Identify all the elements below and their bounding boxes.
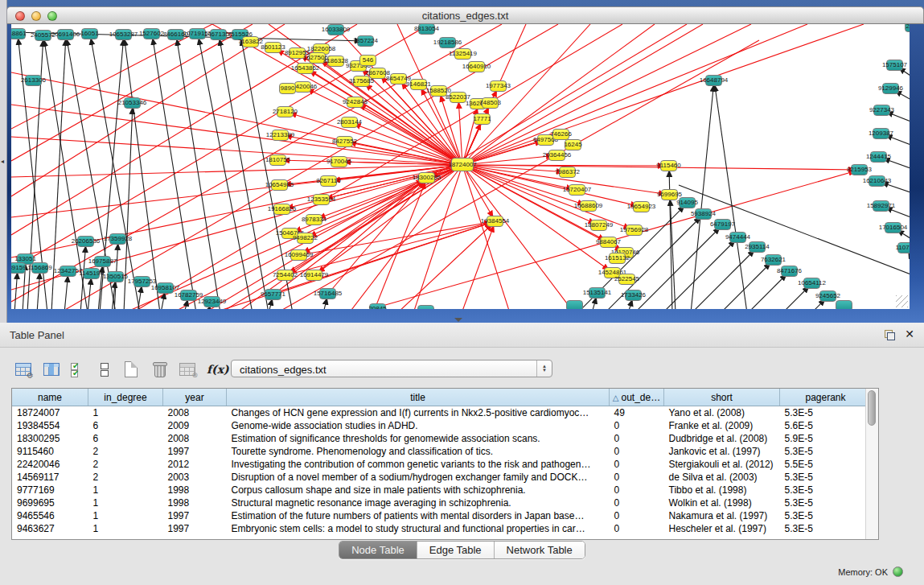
graph-node[interactable]: 19166825 <box>273 204 290 215</box>
table-cell[interactable]: Embryonic stem cells: a model to study s… <box>227 522 610 535</box>
graph-node[interactable]: 1977343 <box>490 80 507 92</box>
table-cell[interactable]: 6 <box>88 419 163 432</box>
table-cell[interactable]: 5.3E-5 <box>780 406 872 420</box>
graph-node[interactable]: 12342757 <box>60 266 76 277</box>
table-cell[interactable]: Corpus callosum shape and size in male p… <box>227 484 610 496</box>
graph-node[interactable]: 1527602 <box>143 28 160 39</box>
graph-edge[interactable] <box>11 165 462 177</box>
graph-node[interactable]: 8267110 <box>320 175 337 187</box>
graph-node[interactable]: 17359928 <box>109 233 126 245</box>
table-cell[interactable]: 5.3E-5 <box>780 509 872 522</box>
table-cell[interactable]: de Silva et al. (2003) <box>664 471 780 484</box>
import-table-icon[interactable]: ⊗ <box>179 361 196 377</box>
graph-node[interactable]: 10688609 <box>580 200 597 212</box>
graph-node[interactable]: 1350515 <box>107 271 124 282</box>
row-height-icon[interactable] <box>99 361 112 377</box>
graph-node[interactable]: 12353594 <box>313 194 330 205</box>
table-cell[interactable]: 5.5E-5 <box>780 458 872 471</box>
graph-node[interactable]: 9115460 <box>660 160 677 171</box>
table-cell[interactable]: 0 <box>610 509 664 522</box>
graph-node[interactable]: 15716485 <box>319 288 336 299</box>
graph-node[interactable] <box>836 300 852 309</box>
graph-edge[interactable] <box>462 24 526 165</box>
table-cell[interactable]: 1997 <box>163 509 227 522</box>
table-cell[interactable]: 9463627 <box>12 522 88 535</box>
table-cell[interactable]: 18300295 <box>12 432 88 445</box>
table-panel-header[interactable]: Table Panel ✕ <box>0 323 924 348</box>
table-cell[interactable]: 0 <box>610 484 664 496</box>
table-row[interactable]: 2242004622012Investigating the contribut… <box>12 458 872 471</box>
graph-node[interactable]: 7163822 <box>242 36 259 47</box>
column-header-out_de[interactable]: △out_de… <box>610 389 664 406</box>
graph-node[interactable]: 1733426 <box>625 290 642 301</box>
graph-node[interactable]: 748503 <box>482 97 499 109</box>
graph-node[interactable]: 8978334 <box>306 214 322 225</box>
graph-node[interactable]: 20691406 <box>57 29 74 40</box>
function-builder-icon[interactable]: f(x) <box>207 363 229 376</box>
table-cell[interactable]: 0 <box>610 471 664 484</box>
graph-edge[interactable] <box>397 221 495 309</box>
graph-node[interactable]: 15892971 <box>873 200 889 212</box>
table-cell[interactable]: 2009 <box>163 419 227 432</box>
graph-edge[interactable] <box>413 165 462 309</box>
graph-node[interactable]: 9245652 <box>819 290 836 302</box>
graph-node[interactable]: 16958107 <box>157 282 174 294</box>
table-cell[interactable]: 1997 <box>163 445 227 458</box>
table-cell[interactable]: 5.9E-5 <box>780 432 872 445</box>
graph-node[interactable]: 2718120 <box>277 106 294 117</box>
graph-node[interactable]: 7632621 <box>765 254 782 266</box>
table-cell[interactable]: 2003 <box>163 471 227 484</box>
graph-node[interactable]: 2405572 <box>35 30 51 41</box>
memory-status-indicator[interactable] <box>893 566 903 577</box>
graph-node[interactable]: 5938924 <box>695 208 712 220</box>
graph-node[interactable]: 39159 <box>11 262 26 274</box>
table-cell[interactable]: 2012 <box>163 458 227 471</box>
table-row[interactable]: 1938455462009Genome-wide association stu… <box>12 419 872 432</box>
table-cell[interactable]: 2 <box>88 471 163 484</box>
graph-node[interactable]: 8466160 <box>167 29 184 40</box>
column-header-in_degree[interactable]: in_degree <box>88 389 163 406</box>
graph-node[interactable]: 14671355 <box>210 29 227 40</box>
window-resize-grip[interactable] <box>896 295 908 307</box>
table-cell[interactable]: Yano et al. (2008) <box>664 406 780 420</box>
table-cell[interactable]: 49 <box>610 406 664 420</box>
table-cell[interactable]: 0 <box>610 432 664 445</box>
graph-node[interactable]: 16051 <box>81 28 98 39</box>
table-cell[interactable]: 19384554 <box>12 419 88 432</box>
table-cell[interactable]: 0 <box>610 522 664 535</box>
graph-node[interactable]: 8215953 <box>851 164 868 175</box>
graph-node[interactable]: 9474444 <box>729 232 746 243</box>
graph-node[interactable]: 19654923 <box>633 201 650 212</box>
graph-node[interactable]: 17016504 <box>885 222 901 233</box>
graph-node[interactable]: 16033809 <box>327 24 344 35</box>
graph-node[interactable]: 17957253 <box>133 276 150 287</box>
table-cell[interactable]: 9777169 <box>12 484 88 496</box>
column-header-name[interactable]: name <box>12 389 88 406</box>
table-cell[interactable]: Investigating the contribution of common… <box>227 458 610 471</box>
graph-node[interactable]: 12213389 <box>272 130 289 141</box>
table-cell[interactable]: 9465546 <box>12 509 88 522</box>
select-rows-icon[interactable]: ✔ ✔ <box>71 361 88 377</box>
table-cell[interactable]: 0 <box>610 458 664 471</box>
table-cell[interactable]: 14569117 <box>12 471 88 484</box>
table-cell[interactable]: 5.3E-5 <box>780 484 872 496</box>
graph-node[interactable]: 1145194 <box>83 268 100 279</box>
window-titlebar[interactable]: citations_edges.txt <box>6 6 924 24</box>
table-cell[interactable]: Tibbo et al. (1998) <box>664 484 780 496</box>
graph-node[interactable]: 16245 <box>565 139 581 150</box>
graph-node[interactable]: 9699695 <box>661 189 678 200</box>
column-header-title[interactable]: title <box>227 389 610 406</box>
graph-node[interactable]: 16543862 <box>297 63 314 74</box>
graph-edge[interactable] <box>285 112 462 165</box>
graph-node[interactable]: 8186328 <box>327 56 344 67</box>
graph-node[interactable]: 7857224 <box>357 35 374 47</box>
graph-node[interactable]: 914095 <box>679 197 696 208</box>
table-cell[interactable]: 1998 <box>163 484 227 496</box>
table-row[interactable]: 911546021997Tourette syndrome. Phenomeno… <box>12 445 872 458</box>
graph-node[interactable]: 26206536 <box>77 236 94 247</box>
table-cell[interactable]: Dudbridge et al. (2008) <box>664 432 780 445</box>
graph-node[interactable]: 10654112 <box>803 278 820 289</box>
graph-node[interactable]: 7254402 <box>277 270 294 281</box>
table-cell[interactable]: 5.3E-5 <box>780 471 872 484</box>
table-cell[interactable]: 9699695 <box>12 496 88 509</box>
